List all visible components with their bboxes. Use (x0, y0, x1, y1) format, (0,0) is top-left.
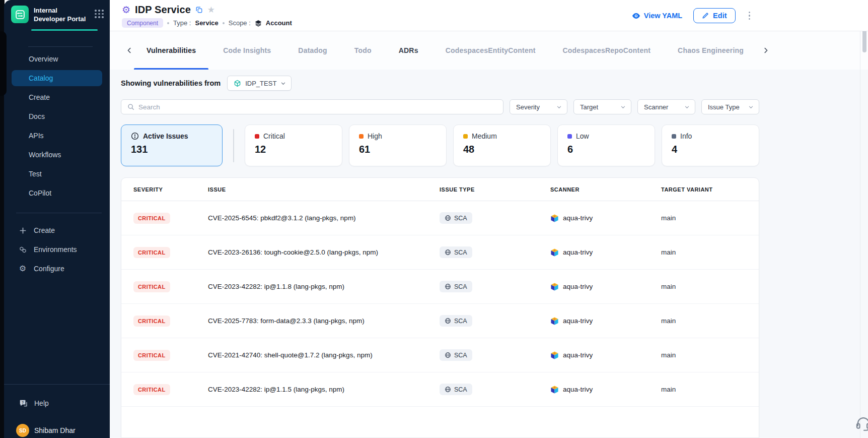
sidebar-item-docs[interactable]: Docs (4, 107, 110, 126)
scanner-label: aqua-trivy (563, 317, 593, 325)
chevron-down-icon (620, 104, 626, 110)
target-variant-cell: main (661, 351, 747, 359)
high-card[interactable]: High 61 (349, 124, 447, 166)
target-variant-cell: main (661, 386, 747, 393)
scanner-label: aqua-trivy (563, 248, 593, 256)
more-options-kebab-icon[interactable] (747, 9, 753, 23)
filter-label: Target (580, 103, 620, 111)
sidebar-item-apis[interactable]: APIs (4, 126, 110, 145)
tab-vulnerabilities[interactable]: Vulnerabilities (133, 31, 209, 70)
tab-code-insights[interactable]: Code Insights (209, 31, 284, 70)
chevron-down-icon (556, 104, 562, 110)
tab-adrs[interactable]: ADRs (385, 31, 432, 70)
sidebar-action-configure[interactable]: ⚙ Configure (4, 259, 110, 278)
app-switcher-grid-icon[interactable] (95, 6, 104, 18)
critical-dot (255, 134, 259, 139)
high-dot (359, 134, 364, 139)
table-row[interactable]: CRITICAL CVE-2023-42282: ip@1.1.5 (lang-… (121, 372, 759, 407)
scanner-cell: aqua-trivy (550, 248, 661, 257)
portal-title: Internal Developer Portal (34, 6, 90, 24)
table-row[interactable]: CRITICAL CVE-2021-42740: shell-quote@1.7… (121, 338, 759, 372)
sidebar: Internal Developer Portal Overview Catal… (4, 0, 110, 438)
web-icon (445, 249, 451, 256)
scanner-label: aqua-trivy (563, 214, 593, 222)
tab-codespaces-repo-content[interactable]: CodespacesRepoContent (549, 31, 665, 70)
sidebar-action-label: Configure (34, 265, 64, 273)
vulnerabilities-table: SEVERITY ISSUE ISSUE TYPE SCANNER TARGET… (121, 177, 759, 438)
tab-codespaces-entity-content[interactable]: CodespacesEntityContent (432, 31, 549, 70)
web-icon (445, 386, 451, 393)
filter-target[interactable]: Target (573, 99, 631, 114)
medium-dot (463, 134, 468, 139)
user-name: Shibam Dhar (34, 426, 76, 434)
avatar: SD (16, 424, 29, 437)
view-yaml-label: View YAML (644, 12, 682, 20)
trivy-icon (550, 282, 559, 291)
sidebar-action-environments[interactable]: Environments (4, 240, 110, 259)
vulnerabilities-panel: Showing vulnerabilities from IDP_TEST Se… (121, 70, 759, 438)
trivy-icon (550, 248, 559, 257)
table-row[interactable]: CRITICAL CVE-2023-26136: tough-cookie@2.… (121, 235, 759, 270)
filter-severity[interactable]: Severity (510, 99, 567, 114)
search-input[interactable] (138, 103, 497, 111)
edit-button[interactable]: Edit (693, 8, 735, 23)
issue-type-chip: SCA (440, 281, 472, 292)
separator-dot (223, 22, 225, 24)
table-row[interactable]: CRITICAL CVE-2025-7783: form-data@2.3.3 … (121, 304, 759, 338)
sidebar-item-catalog[interactable]: Catalog (12, 70, 102, 86)
entity-tabbar: Vulnerabilities Code Insights Datadog To… (110, 31, 868, 70)
severity-badge: CRITICAL (133, 213, 170, 224)
target-variant-cell: main (661, 214, 747, 222)
sidebar-item-workflows[interactable]: Workflows (4, 145, 110, 164)
tab-datadog[interactable]: Datadog (284, 31, 340, 70)
edit-label: Edit (713, 12, 727, 20)
trivy-icon (550, 351, 559, 360)
copy-icon[interactable] (195, 6, 203, 14)
severity-badge: CRITICAL (133, 247, 170, 258)
view-yaml-button[interactable]: View YAML (632, 12, 682, 20)
active-issues-card[interactable]: Active Issues 131 (121, 124, 223, 166)
project-select[interactable]: IDP_TEST (227, 76, 292, 91)
tabs-scroll-right-chevron-icon[interactable] (759, 31, 772, 70)
col-severity: SEVERITY (133, 186, 208, 193)
sidebar-item-create[interactable]: Create (4, 88, 110, 107)
sidebar-item-test[interactable]: Test (4, 164, 110, 183)
scrollbar-track (860, 0, 860, 438)
col-issue-type: ISSUE TYPE (440, 186, 550, 193)
user-menu[interactable]: SD Shibam Dhar (4, 422, 110, 438)
filter-label: Issue Type (708, 103, 748, 111)
scanner-label: aqua-trivy (563, 283, 593, 290)
search-box (121, 99, 503, 114)
filter-scanner[interactable]: Scanner (637, 99, 695, 114)
issue-cell: CVE-2023-42282: ip@1.1.5 (lang-pkgs, npm… (208, 386, 440, 393)
help-button[interactable]: ? Help (4, 395, 110, 411)
sidebar-item-copilot[interactable]: CoPilot (4, 183, 110, 203)
filter-issue-type[interactable]: Issue Type (701, 99, 759, 114)
issue-type-label: SCA (454, 318, 467, 325)
tabs-scroll-left-chevron-icon[interactable] (126, 31, 133, 70)
table-row[interactable]: CRITICAL CVE-2023-42282: ip@1.1.8 (lang-… (121, 270, 759, 304)
sidebar-item-overview[interactable]: Overview (4, 49, 110, 69)
pencil-icon (702, 12, 709, 19)
sidebar-action-create[interactable]: Create (4, 221, 110, 240)
entity-kind-badge: Component (122, 18, 163, 28)
table-row[interactable]: CRITICAL CVE-2025-6545: pbkdf2@3.1.2 (la… (121, 201, 759, 235)
medium-card[interactable]: Medium 48 (453, 124, 551, 166)
favorite-star-icon[interactable]: ★ (207, 6, 215, 14)
issue-type-chip: SCA (440, 349, 472, 361)
low-label: Low (576, 132, 589, 140)
sidebar-header: Internal Developer Portal (4, 0, 110, 24)
tab-todo[interactable]: Todo (341, 31, 385, 70)
low-card[interactable]: Low 6 (557, 124, 655, 166)
critical-label: Critical (263, 132, 285, 140)
tab-chaos-engineering[interactable]: Chaos Engineering (664, 31, 757, 70)
service-gear-icon: ⚙ (122, 5, 130, 15)
support-headset-icon[interactable] (855, 415, 868, 431)
info-card[interactable]: Info 4 (662, 124, 759, 166)
scanner-label: aqua-trivy (563, 351, 593, 359)
issue-cell: CVE-2025-7783: form-data@2.3.3 (lang-pkg… (208, 317, 440, 325)
col-target-variant: TARGET VARIANT (661, 186, 747, 193)
scanner-cell: aqua-trivy (550, 282, 661, 291)
app-logo[interactable] (11, 6, 29, 23)
critical-card[interactable]: Critical 12 (245, 124, 342, 166)
